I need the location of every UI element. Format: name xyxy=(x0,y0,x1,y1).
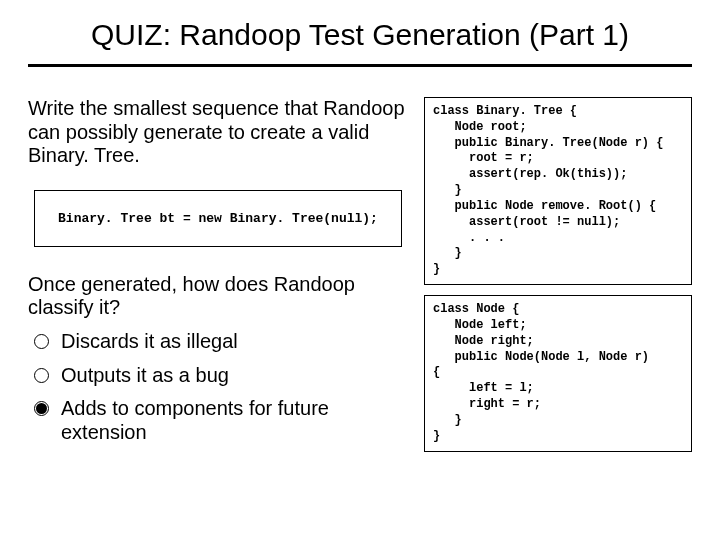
radio-icon[interactable] xyxy=(34,334,49,349)
answer-code-box[interactable]: Binary. Tree bt = new Binary. Tree(null)… xyxy=(34,190,402,247)
option-adds[interactable]: Adds to components for future extension xyxy=(34,397,408,444)
option-list: Discards it as illegal Outputs it as a b… xyxy=(28,330,408,444)
right-column: class Binary. Tree { Node root; public B… xyxy=(424,97,692,454)
content-row: Write the smallest sequence that Randoop… xyxy=(28,97,692,454)
page-title: QUIZ: Randoop Test Generation (Part 1) xyxy=(28,18,692,67)
option-label: Adds to components for future extension xyxy=(61,397,408,444)
prompt-text: Write the smallest sequence that Randoop… xyxy=(28,97,408,168)
option-bug[interactable]: Outputs it as a bug xyxy=(34,364,408,388)
left-column: Write the smallest sequence that Randoop… xyxy=(28,97,408,454)
code-binarytree: class Binary. Tree { Node root; public B… xyxy=(424,97,692,285)
radio-icon[interactable] xyxy=(34,368,49,383)
slide: QUIZ: Randoop Test Generation (Part 1) W… xyxy=(0,0,720,540)
option-discards[interactable]: Discards it as illegal xyxy=(34,330,408,354)
radio-icon[interactable] xyxy=(34,401,49,416)
option-label: Outputs it as a bug xyxy=(61,364,229,388)
code-node: class Node { Node left; Node right; publ… xyxy=(424,295,692,451)
classify-question: Once generated, how does Randoop classif… xyxy=(28,273,408,320)
option-label: Discards it as illegal xyxy=(61,330,238,354)
